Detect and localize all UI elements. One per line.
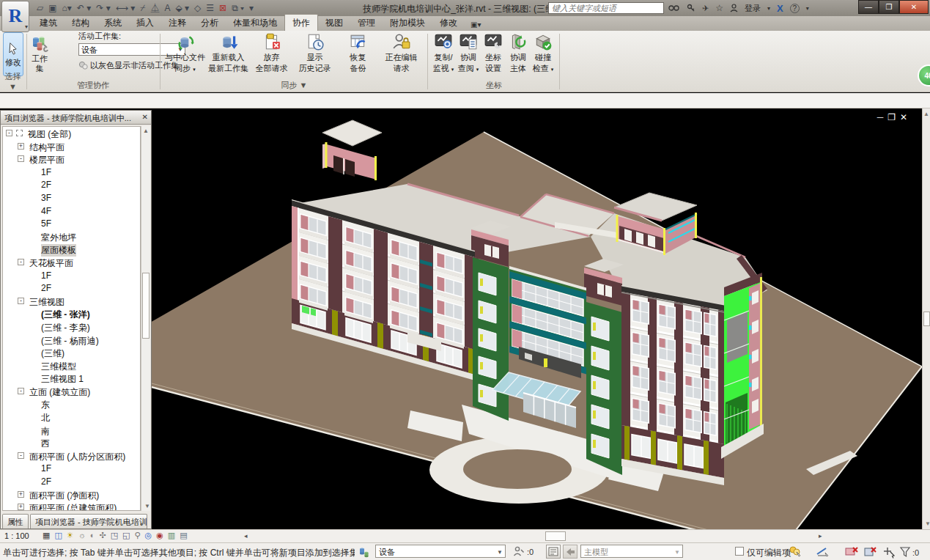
view-scale-button[interactable]: 1 : 100 — [4, 531, 29, 540]
tree-item[interactable]: (三维 - 李枭) — [3, 320, 140, 334]
reveal-hidden-icon[interactable] — [844, 545, 860, 559]
tree-item[interactable]: 东 — [3, 397, 140, 410]
reveal-icon[interactable]: ◉ — [156, 531, 163, 540]
modify-button[interactable]: 修改 — [3, 32, 23, 76]
design-option-select[interactable]: 主模型▼ — [580, 545, 683, 558]
coordination-settings-button[interactable]: 坐标设置 — [481, 32, 506, 73]
ribbon-tab-结构[interactable]: 结构 — [64, 15, 97, 31]
tree-item[interactable]: 三维模型 — [3, 359, 140, 372]
sign-in-label[interactable]: 登录 — [745, 3, 761, 14]
text-icon[interactable]: A — [164, 3, 170, 13]
communication-center-badge[interactable]: 40 — [918, 65, 930, 86]
ribbon-tab-协作[interactable]: 协作 — [284, 14, 318, 31]
tree-item[interactable]: (三维 - 张洋) — [3, 307, 140, 320]
favorites-icon[interactable]: ☆ — [715, 3, 723, 13]
view-close-icon[interactable]: ✕ — [900, 112, 912, 122]
temporary-view-icon[interactable] — [863, 545, 878, 559]
tree-item[interactable]: -楼层平面 — [3, 152, 140, 166]
tree-item[interactable]: (三维 - 杨雨迪) — [3, 334, 140, 347]
modify-contextual-icon[interactable]: ▣▾ — [465, 18, 487, 31]
lock-view-icon[interactable]: ⚲ — [134, 531, 140, 540]
tree-item[interactable]: -天花板平面 — [3, 256, 140, 269]
application-menu-button[interactable]: R ▾ — [1, 1, 29, 32]
editing-requests-status-icon[interactable] — [513, 546, 525, 558]
aligned-dimension-icon[interactable]: ⌿ — [140, 3, 145, 13]
tree-item[interactable]: 1F — [3, 269, 140, 282]
isolate-icon[interactable]: ◎ — [145, 531, 152, 540]
vertical-scrollbar[interactable]: ▲ ▼ — [922, 108, 930, 529]
interference-check-button[interactable]: 碰撞检查 ▾ — [531, 32, 556, 74]
properties-tab[interactable]: 属性 — [2, 514, 29, 528]
tree-item[interactable]: -三维视图 — [3, 295, 140, 308]
redo-icon[interactable]: ↷ ▾ — [96, 3, 110, 13]
section-icon[interactable]: ◇ — [194, 3, 201, 13]
tree-item[interactable]: +结构平面 — [3, 140, 140, 153]
collapse-icon[interactable]: - — [18, 298, 24, 304]
coordination-review-button[interactable]: 协调查阅 ▾ — [456, 32, 481, 74]
minimize-button[interactable]: — — [858, 0, 879, 14]
detail-level-icon[interactable]: ▦ — [43, 531, 50, 540]
sun-path-icon[interactable]: ☀ — [67, 531, 74, 540]
restore-button[interactable]: ❐ — [879, 0, 899, 14]
select-toggle-icon[interactable] — [882, 545, 896, 559]
tag-icon[interactable]: ⏅ — [150, 3, 159, 13]
expand-icon[interactable]: + — [18, 143, 24, 150]
ribbon-tab-附加模块[interactable]: 附加模块 — [383, 15, 432, 31]
tree-item[interactable]: +面积平面 (总建筑面积) — [3, 501, 140, 511]
render-icon[interactable]: ✣ — [99, 531, 106, 540]
ribbon-tab-修改[interactable]: 修改 — [432, 15, 465, 31]
tree-item[interactable]: +面积平面 (净面积) — [3, 488, 140, 501]
collapse-icon[interactable]: - — [18, 155, 24, 162]
tree-item[interactable]: 1F — [3, 166, 140, 179]
search-icon[interactable] — [668, 4, 680, 12]
coordination-host-button[interactable]: 协调主体 — [506, 32, 531, 73]
reveal-constraints-icon[interactable] — [816, 545, 830, 559]
design-options-icon[interactable] — [546, 545, 561, 559]
editing-requests-button[interactable]: 正在编辑请求 — [380, 32, 423, 73]
expand-icon[interactable]: + — [18, 491, 24, 498]
tree-item[interactable]: -视图 (全部) — [3, 127, 140, 140]
exchange-apps-icon[interactable]: X — [777, 3, 783, 14]
sync-central-button[interactable]: 与中心文件同步 ▾ — [163, 32, 207, 74]
ribbon-tab-系统[interactable]: 系统 — [97, 15, 129, 31]
ribbon-tab-注释[interactable]: 注释 — [161, 15, 193, 31]
worksharing-display-icon[interactable] — [788, 545, 802, 559]
view-restore-icon[interactable]: ❐ — [887, 112, 900, 122]
active-workset-status-select[interactable]: 设备▼ — [375, 545, 506, 558]
tree-item[interactable]: 1F — [3, 462, 140, 475]
view-minimize-icon[interactable]: ─ — [877, 112, 888, 122]
open-icon[interactable]: ▱ — [37, 3, 43, 13]
worksets-status-icon[interactable] — [358, 545, 371, 559]
synchronize-panel-label[interactable]: 同步 ▼ — [162, 80, 427, 91]
scroll-up-icon[interactable]: ▲ — [923, 111, 930, 117]
chevron-down-icon[interactable]: ▾ — [767, 5, 770, 12]
search-input[interactable] — [548, 2, 664, 14]
collapse-icon[interactable]: - — [18, 259, 24, 265]
project-browser-title[interactable]: 项目浏览器 - 技师学院机电培训中... — [1, 111, 151, 125]
tree-item[interactable]: 4F — [3, 205, 140, 218]
save-icon[interactable]: ▣ — [48, 3, 56, 13]
sync-icon[interactable]: ⌂▾ — [62, 3, 72, 13]
tree-item[interactable]: 2F — [3, 475, 140, 488]
ribbon-tab-分析[interactable]: 分析 — [193, 15, 226, 31]
tree-item[interactable]: 南 — [3, 424, 140, 437]
restore-backup-button[interactable]: 恢复备份 — [336, 32, 380, 73]
collapse-icon[interactable]: - — [18, 388, 24, 394]
worksets-button[interactable]: 工作集 — [29, 34, 51, 73]
ribbon-tab-管理[interactable]: 管理 — [350, 15, 383, 31]
tree-item[interactable]: 2F — [3, 281, 140, 295]
tree-scrollbar[interactable]: ▲ ▼ — [141, 126, 150, 511]
copy-monitor-button[interactable]: 复制/监视 ▾ — [431, 32, 456, 74]
manage-collaboration-panel-label[interactable]: 管理协作 — [27, 80, 159, 91]
tree-item[interactable]: 室外地坪 — [3, 230, 140, 243]
measure-icon[interactable]: ⟷ ▾ — [116, 3, 136, 13]
vertical-scroll-thumb[interactable] — [923, 312, 930, 326]
visual-style-icon[interactable]: ◫ — [54, 531, 62, 540]
default-3d-view-icon[interactable]: ⬙ ▾ — [175, 3, 189, 13]
tree-item[interactable]: 北 — [3, 410, 140, 424]
tree-item[interactable]: 3F — [3, 191, 140, 205]
tree-item[interactable]: -面积平面 (人防分区面积) — [3, 449, 140, 463]
tree-item[interactable]: 西 — [3, 436, 140, 449]
switch-windows-icon[interactable]: ⧉ ▾ — [232, 3, 244, 13]
undo-icon[interactable]: ↶ ▾ — [77, 3, 91, 13]
